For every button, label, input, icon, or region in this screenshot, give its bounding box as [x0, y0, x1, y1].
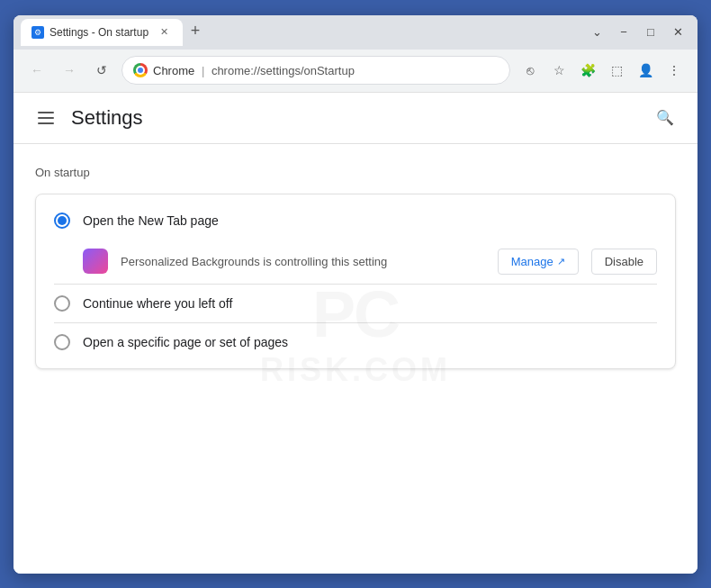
profile-icon[interactable]: 👤 — [633, 58, 658, 83]
hamburger-line-1 — [38, 112, 54, 113]
settings-body: On startup Open the New Tab page Persona… — [14, 144, 698, 391]
maximize-button[interactable]: □ — [638, 20, 663, 45]
forward-button[interactable]: → — [57, 58, 82, 83]
option-specific-row[interactable]: Open a specific page or set of pages — [36, 323, 675, 361]
extension-notice-row: Personalized Backgrounds is controlling … — [36, 240, 675, 284]
settings-header: Settings 🔍 — [14, 93, 698, 144]
radio-continue[interactable] — [54, 295, 70, 312]
active-tab[interactable]: ⚙ Settings - On startup ✕ — [21, 19, 183, 46]
toolbar-icons: ⎋ ☆ 🧩 ⬚ 👤 ⋮ — [518, 58, 687, 83]
site-icon — [133, 63, 148, 77]
radio-specific[interactable] — [54, 334, 70, 350]
tab-favicon: ⚙ — [32, 26, 44, 39]
window-controls: ⌄ − □ ✕ — [584, 20, 690, 45]
option-continue-row[interactable]: Continue where you left off — [36, 285, 675, 322]
hamburger-line-2 — [38, 117, 54, 119]
option-new-tab-label: Open the New Tab page — [83, 213, 657, 228]
browser-window: ⚙ Settings - On startup ✕ + ⌄ − □ ✕ ← → … — [14, 15, 698, 574]
extensions-icon[interactable]: 🧩 — [575, 58, 600, 83]
search-settings-button[interactable]: 🔍 — [651, 104, 680, 132]
hamburger-line-3 — [38, 122, 54, 124]
external-link-icon: ↗ — [557, 256, 565, 267]
menu-icon[interactable]: ⋮ — [662, 58, 687, 83]
extension-notice-label: Personalized Backgrounds is controlling … — [121, 255, 485, 268]
startup-options-card: Open the New Tab page Personalized Backg… — [35, 194, 676, 369]
back-button[interactable]: ← — [24, 58, 50, 83]
option-new-tab-row[interactable]: Open the New Tab page — [36, 202, 675, 240]
minimize-button[interactable]: − — [611, 20, 636, 45]
content-area: PC RISK.COM Settings 🔍 On startup — [14, 93, 698, 574]
url-domain: Chrome | chrome://settings/onStartup — [153, 64, 355, 77]
disable-button[interactable]: Disable — [591, 249, 657, 275]
tab-title: Settings - On startup — [50, 26, 148, 39]
hamburger-menu-button[interactable] — [32, 104, 60, 132]
restore-down-button[interactable]: ⌄ — [584, 20, 609, 45]
tab-close-button[interactable]: ✕ — [156, 24, 172, 41]
bookmark-icon[interactable]: ☆ — [546, 58, 572, 83]
address-bar: ← → ↺ Chrome | chrome://settings/onStart… — [14, 50, 698, 93]
url-bar[interactable]: Chrome | chrome://settings/onStartup — [122, 56, 510, 85]
manage-button[interactable]: Manage ↗ — [498, 249, 579, 275]
reload-button[interactable]: ↺ — [89, 58, 114, 83]
radio-new-tab[interactable] — [54, 213, 70, 229]
tab-bar: ⚙ Settings - On startup ✕ + — [21, 19, 580, 46]
share-icon[interactable]: ⎋ — [518, 58, 543, 83]
title-bar: ⚙ Settings - On startup ✕ + ⌄ − □ ✕ — [14, 15, 698, 50]
new-tab-button[interactable]: + — [183, 19, 208, 44]
close-button[interactable]: ✕ — [665, 20, 690, 45]
option-specific-label: Open a specific page or set of pages — [83, 335, 657, 349]
sidebar-icon[interactable]: ⬚ — [604, 58, 629, 83]
extension-icon — [83, 249, 108, 274]
option-continue-label: Continue where you left off — [83, 296, 657, 311]
radio-new-tab-fill — [58, 216, 67, 225]
page-title: Settings — [71, 106, 640, 130]
section-title: On startup — [35, 166, 676, 179]
